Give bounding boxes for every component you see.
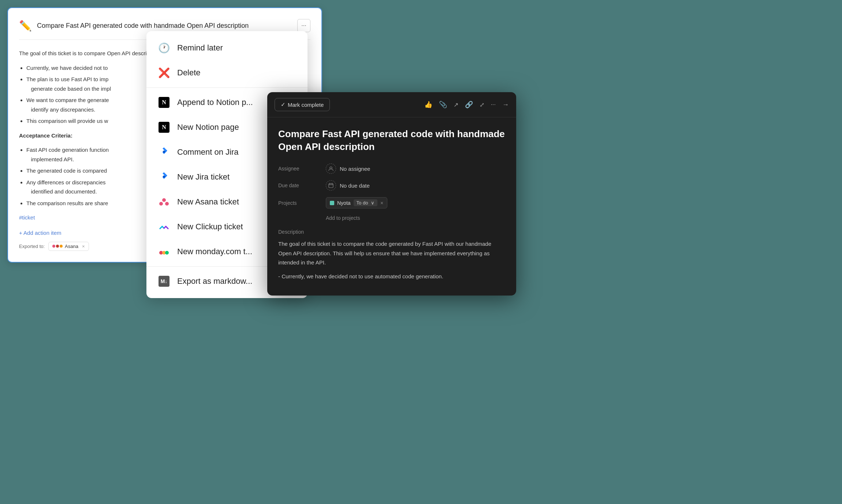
asana-remove-button[interactable]: × [82, 244, 85, 249]
detail-panel: ✓ Mark complete 👍 📎 ↗ 🔗 ⤢ ··· → Compare … [267, 92, 516, 296]
dropdown-comment-jira-label: Comment on Jira [177, 147, 239, 157]
svg-point-2 [165, 202, 169, 206]
asana-logo [52, 245, 63, 248]
thumbs-up-icon[interactable]: 👍 [424, 101, 432, 109]
jira-icon-2 [157, 170, 171, 184]
add-projects-row: Add to projects [326, 215, 505, 221]
due-date-text: No due date [340, 183, 370, 189]
projects-label: Projects [278, 200, 326, 206]
more-options-button[interactable]: ··· [297, 19, 310, 32]
exported-label: Exported to: [19, 244, 45, 249]
description-paragraph-1: The goal of this ticket is to compare th… [278, 239, 505, 267]
monday-icon [157, 245, 171, 258]
svg-point-0 [162, 198, 166, 202]
notion-icon-2: N [157, 121, 171, 134]
dropdown-item-delete[interactable]: ❌ Delete [146, 60, 308, 85]
notion-icon-1: N [157, 96, 171, 109]
assignee-label: Assignee [278, 166, 326, 172]
assignee-text: No assignee [340, 166, 370, 172]
detail-panel-body: Compare Fast API generated code with han… [267, 117, 516, 296]
share-icon[interactable]: ↗ [454, 101, 458, 108]
project-dot [330, 201, 334, 205]
project-remove-button[interactable]: × [380, 200, 383, 206]
description-paragraph-2: - Currently, we have decided not to use … [278, 272, 505, 281]
delete-icon: ❌ [157, 66, 171, 79]
project-status[interactable]: To do ∨ [354, 199, 377, 206]
forward-icon[interactable]: → [502, 101, 509, 109]
export-md-icon: M↓ [157, 275, 171, 288]
svg-rect-7 [329, 184, 333, 188]
project-status-text: To do [357, 200, 368, 206]
dropdown-new-asana-label: New Asana ticket [177, 197, 239, 207]
dropdown-new-monday-label: New monday.com t... [177, 247, 252, 256]
divider-1 [146, 87, 308, 88]
dropdown-new-notion-label: New Notion page [177, 123, 239, 132]
projects-value: Nyota To do ∨ × [326, 197, 387, 208]
dropdown-new-jira-label: New Jira ticket [177, 172, 230, 182]
clickup-icon [157, 220, 171, 233]
project-badge[interactable]: Nyota To do ∨ × [326, 197, 387, 208]
project-name: Nyota [337, 200, 351, 206]
svg-point-1 [159, 202, 163, 206]
asana-label: Asana [65, 244, 78, 249]
due-date-value[interactable]: No due date [326, 180, 370, 191]
description-text: The goal of this ticket is to compare th… [278, 239, 505, 281]
jira-icon-1 [157, 146, 171, 159]
link-icon[interactable]: 🔗 [465, 101, 473, 109]
asana-dot-3 [60, 245, 63, 248]
asana-export-badge: Asana × [48, 242, 89, 251]
add-to-projects-link[interactable]: Add to projects [326, 215, 360, 221]
attachment-icon[interactable]: 📎 [439, 101, 447, 109]
dropdown-delete-label: Delete [177, 68, 201, 78]
svg-point-6 [330, 167, 332, 169]
detail-title: Compare Fast API generated code with han… [278, 128, 505, 153]
dropdown-remind-label: Remind later [177, 43, 223, 53]
dropdown-append-notion-label: Append to Notion p... [177, 98, 253, 107]
dropdown-item-remind[interactable]: 🕐 Remind later [146, 35, 308, 60]
chevron-down-icon: ∨ [371, 200, 375, 206]
pencil-icon: ✏️ [19, 20, 32, 32]
description-label: Description [278, 229, 505, 235]
asana-dot-2 [56, 245, 59, 248]
assignee-value[interactable]: No assignee [326, 163, 370, 174]
task-card-title: Compare Fast API generated code with han… [37, 22, 297, 30]
projects-row: Projects Nyota To do ∨ × [278, 197, 505, 208]
clock-icon: 🕐 [157, 41, 171, 54]
svg-point-5 [165, 251, 169, 255]
mark-complete-label: Mark complete [288, 102, 324, 108]
mark-complete-button[interactable]: ✓ Mark complete [275, 98, 330, 111]
dropdown-new-clickup-label: New Clickup ticket [177, 222, 243, 232]
due-date-row: Due date No due date [278, 180, 505, 191]
detail-panel-header: ✓ Mark complete 👍 📎 ↗ 🔗 ⤢ ··· → [267, 92, 516, 117]
due-date-label: Due date [278, 183, 326, 188]
assignee-row: Assignee No assignee [278, 163, 505, 174]
detail-header-actions: 👍 📎 ↗ 🔗 ⤢ ··· → [424, 101, 509, 109]
calendar-icon [326, 180, 336, 191]
checkmark-icon: ✓ [281, 101, 286, 108]
asana-dot-1 [52, 245, 55, 248]
expand-icon[interactable]: ⤢ [480, 101, 484, 108]
asana-icon [157, 195, 171, 208]
dropdown-export-md-label: Export as markdow... [177, 277, 252, 286]
more-options-icon[interactable]: ··· [491, 101, 496, 108]
assignee-avatar [326, 163, 336, 174]
tag-link[interactable]: #ticket [19, 214, 35, 221]
description-section: Description The goal of this ticket is t… [278, 229, 505, 281]
